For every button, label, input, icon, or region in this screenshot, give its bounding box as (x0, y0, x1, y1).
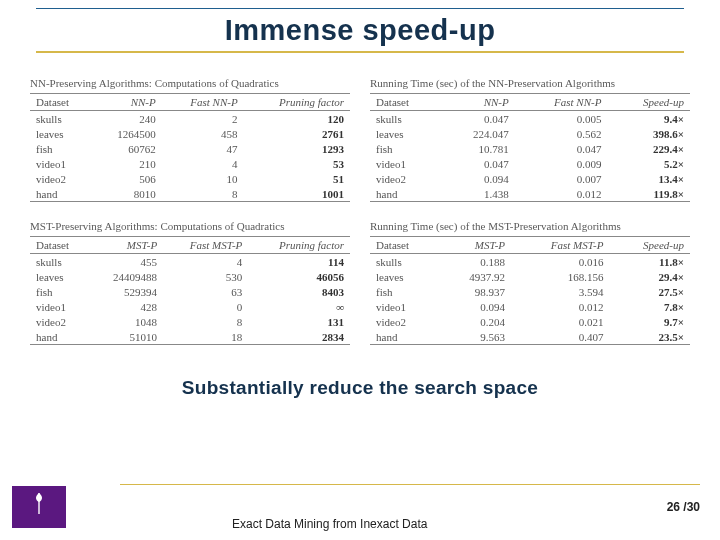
cell: fish (370, 141, 440, 156)
table-row: video10.0940.0127.8× (370, 299, 690, 314)
cell: 10 (162, 171, 244, 186)
table-row: hand801081001 (30, 186, 350, 202)
cell: 63 (163, 284, 248, 299)
cell: 9.563 (438, 329, 511, 345)
cell: 0.047 (515, 141, 608, 156)
cell: 398.6× (607, 126, 690, 141)
table-nn-time: DatasetNN-PFast NN-PSpeed-upskulls0.0470… (370, 93, 690, 202)
cell: 210 (92, 156, 162, 171)
col-header: Fast NN-P (162, 94, 244, 111)
cell: 168.156 (511, 269, 609, 284)
table-row: video10.0470.0095.2× (370, 156, 690, 171)
cell: 27.5× (609, 284, 690, 299)
cell: video1 (370, 299, 438, 314)
cell: video1 (370, 156, 440, 171)
cell: 60762 (92, 141, 162, 156)
cell: 0.204 (438, 314, 511, 329)
cell: 51 (244, 171, 350, 186)
cell: 23.5× (609, 329, 690, 345)
cell: 10.781 (440, 141, 515, 156)
cell: 8 (162, 186, 244, 202)
cell: 29.4× (609, 269, 690, 284)
cell: 3.594 (511, 284, 609, 299)
cell: hand (370, 186, 440, 202)
col-header: Fast MST-P (511, 237, 609, 254)
cell: 9.7× (609, 314, 690, 329)
table-row: video20.0940.00713.4× (370, 171, 690, 186)
cell: 240 (92, 111, 162, 127)
cell: 1.438 (440, 186, 515, 202)
cell: 13.4× (607, 171, 690, 186)
cell: 229.4× (607, 141, 690, 156)
table-nn-quad: DatasetNN-PFast NN-PPruning factorskulls… (30, 93, 350, 202)
cell: 0.047 (440, 111, 515, 127)
cell: 0.012 (515, 186, 608, 202)
cell: 8010 (92, 186, 162, 202)
table-row: skulls0.1880.01611.8× (370, 254, 690, 270)
table-row: fish98.9373.59427.5× (370, 284, 690, 299)
table-row: video1210453 (30, 156, 350, 171)
panel-nn-time: Running Time (sec) of the NN-Preservatio… (370, 77, 690, 202)
table-row: leaves4937.92168.15629.4× (370, 269, 690, 284)
cell: 0.562 (515, 126, 608, 141)
cell: video2 (370, 314, 438, 329)
col-header: Pruning factor (244, 94, 350, 111)
cell: 46056 (248, 269, 350, 284)
cell: 1001 (244, 186, 350, 202)
panel-nn-quad: NN-Preserving Algorithms: Computations o… (30, 77, 350, 202)
cell: 529394 (89, 284, 163, 299)
cell: 0.016 (511, 254, 609, 270)
cell: 0.012 (511, 299, 609, 314)
cell: 0.021 (511, 314, 609, 329)
cell: skulls (370, 111, 440, 127)
table-row: fish60762471293 (30, 141, 350, 156)
cell: 9.4× (607, 111, 690, 127)
cell: fish (30, 141, 92, 156)
cell: video1 (30, 299, 89, 314)
cell: 18 (163, 329, 248, 345)
table-row: leaves12645004582761 (30, 126, 350, 141)
cell: video2 (370, 171, 440, 186)
col-header: NN-P (92, 94, 162, 111)
cell: leaves (30, 269, 89, 284)
cell: 0.188 (438, 254, 511, 270)
cell: 114 (248, 254, 350, 270)
cell: 131 (248, 314, 350, 329)
col-header: MST-P (438, 237, 511, 254)
panel-title: Running Time (sec) of the MST-Preservati… (370, 220, 690, 232)
cell: 8403 (248, 284, 350, 299)
footer-title: Exact Data Mining from Inexact Data (232, 517, 442, 532)
cell: 0.009 (515, 156, 608, 171)
cell: 0 (163, 299, 248, 314)
cell: 0.005 (515, 111, 608, 127)
table-row: leaves2440948853046056 (30, 269, 350, 284)
cell: skulls (370, 254, 438, 270)
cell: 119.8× (607, 186, 690, 202)
footer-rule (120, 484, 700, 485)
cell: 530 (163, 269, 248, 284)
cell: 4 (163, 254, 248, 270)
table-mst-quad: DatasetMST-PFast MST-PPruning factorskul… (30, 236, 350, 345)
panel-title: MST-Preserving Algorithms: Computations … (30, 220, 350, 232)
cell: 7.8× (609, 299, 690, 314)
table-mst-time: DatasetMST-PFast MST-PSpeed-upskulls0.18… (370, 236, 690, 345)
table-row: hand9.5630.40723.5× (370, 329, 690, 345)
cell: 455 (89, 254, 163, 270)
cell: skulls (30, 111, 92, 127)
table-row: fish529394638403 (30, 284, 350, 299)
cell: 5.2× (607, 156, 690, 171)
cell: hand (30, 329, 89, 345)
col-header: Dataset (370, 94, 440, 111)
cell: leaves (30, 126, 92, 141)
cell: 8 (163, 314, 248, 329)
tables-grid: NN-Preserving Algorithms: Computations o… (0, 53, 720, 345)
slide-subtitle: Substantially reduce the search space (0, 377, 720, 399)
panel-mst-time: Running Time (sec) of the MST-Preservati… (370, 220, 690, 345)
cell: leaves (370, 126, 440, 141)
cell: 428 (89, 299, 163, 314)
footer: Exact Data Mining from Inexact Data 26 /… (0, 484, 720, 540)
col-header: MST-P (89, 237, 163, 254)
cell: fish (370, 284, 438, 299)
table-row: skulls4554114 (30, 254, 350, 270)
cell: 1293 (244, 141, 350, 156)
